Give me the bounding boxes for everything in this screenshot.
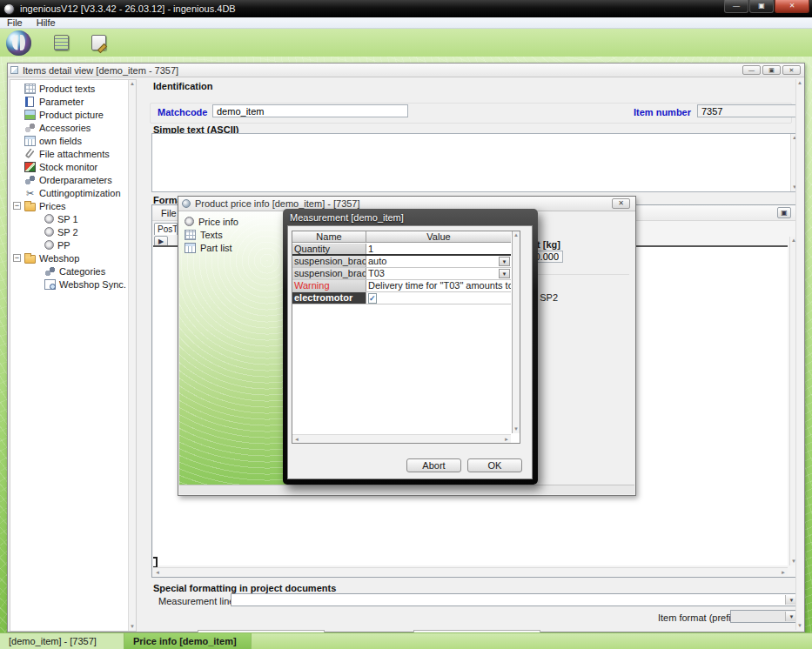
list-icon — [185, 243, 196, 253]
table-horizontal-scrollbar[interactable]: ◄ ► — [292, 434, 511, 443]
collapse-icon[interactable] — [13, 254, 21, 262]
folder-icon — [24, 255, 36, 264]
ok-button[interactable]: OK — [467, 458, 522, 472]
dropdown-arrow-icon[interactable]: ▼ — [499, 257, 510, 266]
tree-item-prices[interactable]: Prices — [10, 199, 128, 212]
item-format-dropdown[interactable] — [730, 610, 799, 623]
detail-maximize-button[interactable]: ▣ — [762, 65, 781, 75]
measurement-line-label: Measurement line — [158, 596, 234, 606]
dropdown-arrow-icon[interactable]: ▼ — [499, 269, 510, 278]
abort-button[interactable]: Abort — [406, 458, 461, 472]
table-vertical-scrollbar[interactable]: ▲ ▼ — [512, 231, 520, 433]
taskbar-item-detail[interactable]: [demo_item] - [7357] — [0, 633, 124, 649]
measurement-table-header: Name Value — [292, 231, 511, 243]
picture-icon — [24, 110, 36, 120]
table-row-quantity[interactable]: Quantity 1 — [292, 244, 511, 256]
close-button[interactable]: ✕ — [775, 0, 809, 13]
menu-hilfe[interactable]: Hilfe — [30, 17, 63, 28]
table-row-suspension-bracket-a[interactable]: suspension_bracket_a auto ▼ — [292, 256, 511, 268]
scroll-up-icon[interactable]: ▲ — [513, 231, 520, 239]
notepad-icon[interactable] — [54, 35, 69, 50]
tree-item-sp1[interactable]: SP 1 — [10, 212, 128, 225]
maximize-button[interactable]: ▣ — [749, 0, 774, 13]
measurement-line-dropdown[interactable] — [231, 593, 799, 606]
coin-icon — [44, 214, 54, 224]
sp2-label: SP2 — [540, 292, 558, 303]
scroll-down-icon[interactable]: ▼ — [129, 623, 136, 631]
scroll-right-icon[interactable]: ► — [502, 435, 511, 443]
minimize-button[interactable]: — — [724, 0, 748, 13]
clipboard-pen-icon[interactable] — [91, 35, 106, 50]
tree-item-file-attachments[interactable]: File attachments — [10, 147, 128, 160]
window-title: ingeniousV12 [V3.3.42 - 26.03.12] - inge… — [20, 3, 236, 14]
coin-icon — [185, 217, 194, 226]
menubar: File Hilfe — [0, 17, 812, 29]
price-window-close-button[interactable]: ✕ — [612, 198, 630, 209]
tree-scrollbar[interactable]: ▲ ▼ — [128, 80, 136, 631]
scroll-left-icon[interactable]: ◄ — [292, 435, 301, 443]
stock-icon — [24, 162, 36, 172]
grid-icon — [24, 84, 36, 94]
simple-text-area[interactable]: ▲ ▼ — [151, 133, 799, 192]
item-number-input[interactable] — [697, 104, 798, 117]
detail-close-button[interactable]: ✕ — [782, 65, 801, 75]
document-icon — [25, 97, 34, 107]
table-icon — [24, 136, 36, 146]
tree-item-parameter[interactable]: Parameter — [10, 95, 128, 108]
scroll-up-icon[interactable]: ▲ — [129, 80, 136, 88]
matchcode-input[interactable] — [212, 104, 408, 117]
rtf-maximize-icon[interactable]: ▣ — [777, 207, 791, 218]
tree-item-webshop[interactable]: Webshop — [10, 251, 128, 264]
rtf-horizontal-scrollbar[interactable]: ◄ ► — [153, 567, 788, 576]
scroll-up-icon[interactable]: ▲ — [796, 79, 803, 87]
collapse-icon[interactable] — [13, 202, 21, 210]
measurement-panel: Name Value Quantity 1 suspension_bracket… — [287, 225, 533, 479]
scroll-right-icon[interactable]: ► — [779, 568, 788, 576]
tree-item-own-fields[interactable]: own fields — [10, 134, 128, 147]
scroll-down-icon[interactable]: ▼ — [513, 425, 520, 433]
menu-file[interactable]: File — [0, 17, 30, 28]
tree-item-categories[interactable]: Categories — [10, 264, 128, 278]
rtf-menu-file[interactable]: File — [152, 208, 177, 218]
gears-icon — [24, 175, 36, 185]
tree-item-orderparameters[interactable]: Orderparameters — [10, 173, 128, 186]
scroll-left-icon[interactable]: ◄ — [153, 568, 162, 576]
application-window: ingeniousV12 [V3.3.42 - 26.03.12] - inge… — [0, 0, 812, 649]
detail-minimize-button[interactable]: — — [742, 65, 761, 75]
tree-item-sp2[interactable]: SP 2 — [10, 225, 128, 238]
detail-window-icon — [10, 66, 18, 74]
column-name: Name — [292, 231, 366, 242]
identification-heading: Identification — [153, 81, 212, 91]
tree-item-pp[interactable]: PP — [10, 238, 128, 251]
tree-item-stock-monitor[interactable]: Stock monitor — [10, 160, 128, 173]
table-row-warning[interactable]: Warning Delivery time for "T03" amounts … — [292, 280, 511, 292]
item-number-label: Item number — [634, 107, 691, 117]
tree-item-product-texts[interactable]: Product texts — [10, 82, 128, 95]
item-format-label: Item format (prefix) — [658, 612, 739, 623]
price-window-icon — [182, 199, 191, 208]
scroll-down-icon[interactable]: ▼ — [796, 622, 803, 630]
folder-icon — [24, 203, 36, 211]
tree-item-cuttingoptimization[interactable]: ✂Cuttingoptimization — [10, 186, 128, 199]
detail-window-scrollbar[interactable]: ▲ ▼ — [795, 79, 803, 630]
rtf-tab-postexts[interactable]: PosT — [154, 223, 178, 235]
price-sidebar-texts[interactable]: Texts — [179, 228, 289, 241]
table-row-suspension-bracket-t[interactable]: suspension_bracket_t T03 ▼ — [292, 268, 511, 280]
measurement-dialog: Measurement [demo_item] Name Value Quant… — [283, 209, 538, 485]
price-sidebar-price-info[interactable]: Price info — [179, 215, 289, 228]
tree-item-accessories[interactable]: Accessories — [10, 121, 128, 134]
tree-item-product-picture[interactable]: Product picture — [10, 108, 128, 121]
taskbar-item-price-info[interactable]: Price info [demo_item] — [124, 633, 252, 649]
price-window-title: Product price info [demo_item] - [7357] — [195, 198, 360, 209]
sync-log-icon — [44, 279, 56, 290]
price-sidebar-part-list[interactable]: Part list — [179, 241, 289, 254]
electromotor-checkbox[interactable]: ✓ — [368, 293, 377, 304]
app-logo-icon — [3, 3, 15, 15]
column-value: Value — [366, 231, 511, 242]
measurement-dialog-title: Measurement [demo_item] — [290, 212, 404, 223]
tree-item-webshop-sync-log[interactable]: Webshop Sync. Log — [10, 278, 128, 291]
items-detail-titlebar[interactable]: Items detail view [demo_item - 7357] — ▣… — [8, 64, 804, 77]
main-toolbar — [0, 29, 812, 57]
grid-icon — [185, 230, 196, 240]
table-row-electromotor[interactable]: electromotor ✓ — [292, 292, 511, 304]
